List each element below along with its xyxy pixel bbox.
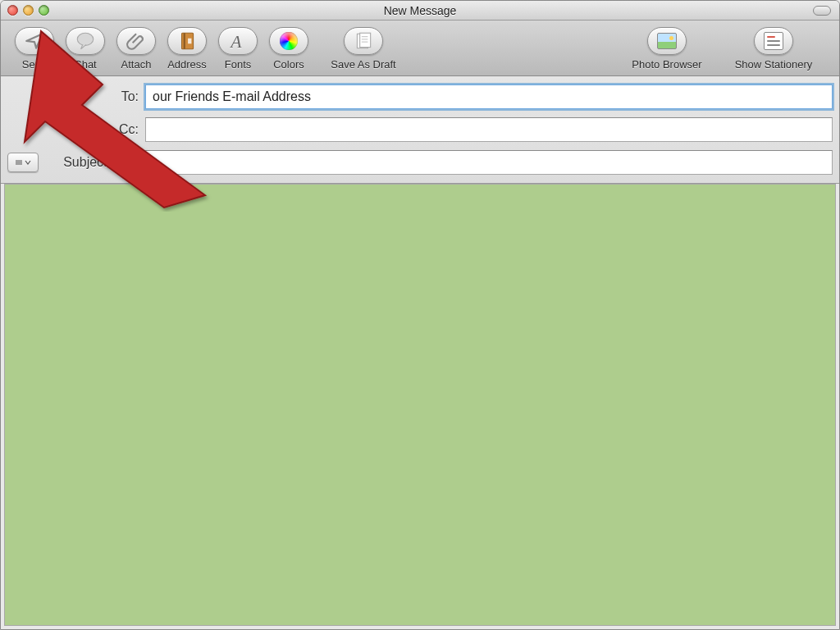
to-field[interactable] [145, 84, 833, 109]
toolbar: Send Chat Attach Address A Fonts [1, 21, 839, 76]
show-stationery-label: Show Stationery [735, 58, 813, 71]
message-headers: To: Cc: Subject: [1, 76, 839, 184]
photo-browser-label: Photo Browser [632, 58, 701, 71]
cc-label: Cc: [7, 122, 139, 137]
send-label: Send [22, 58, 47, 71]
photo-icon [657, 33, 677, 49]
window-title: New Message [1, 4, 839, 17]
to-row: To: [7, 84, 833, 109]
svg-rect-2 [184, 33, 185, 49]
svg-point-0 [77, 33, 94, 45]
fonts-button[interactable]: A Fonts [212, 27, 263, 71]
paperclip-icon [126, 30, 147, 52]
send-button[interactable]: Send [9, 27, 60, 71]
compose-window: New Message Send Chat Attach Address [0, 0, 840, 630]
header-options-button[interactable] [7, 153, 39, 172]
subject-label: Subject: [45, 155, 111, 170]
toolbar-toggle-button[interactable] [813, 6, 831, 16]
svg-rect-6 [360, 33, 371, 47]
chat-button[interactable]: Chat [60, 27, 111, 71]
chevron-down-icon [25, 160, 31, 165]
colors-button[interactable]: Colors [263, 27, 314, 71]
save-as-draft-label: Save As Draft [331, 58, 395, 71]
to-label: To: [7, 89, 139, 104]
show-stationery-button[interactable]: Show Stationery [716, 27, 831, 71]
address-label: Address [167, 58, 207, 71]
chat-bubble-icon [75, 30, 96, 52]
color-wheel-icon [280, 32, 298, 50]
message-body[interactable] [4, 184, 836, 626]
attach-label: Attach [121, 58, 152, 71]
attach-button[interactable]: Attach [111, 27, 162, 71]
svg-rect-1 [182, 33, 194, 49]
titlebar: New Message [1, 1, 839, 21]
subject-field[interactable] [117, 150, 833, 175]
cc-field[interactable] [145, 117, 833, 142]
address-book-icon [176, 30, 198, 52]
font-icon: A [227, 30, 249, 52]
paper-plane-icon [24, 30, 45, 52]
save-as-draft-button[interactable]: Save As Draft [314, 27, 413, 71]
chat-label: Chat [74, 58, 96, 71]
menu-lines-icon [15, 159, 23, 166]
address-button[interactable]: Address [162, 27, 212, 71]
svg-rect-3 [188, 39, 191, 44]
fonts-label: Fonts [225, 58, 252, 71]
draft-icon [353, 30, 374, 52]
colors-label: Colors [273, 58, 304, 71]
svg-text:A: A [229, 32, 242, 52]
stationery-icon [764, 32, 783, 50]
subject-row: Subject: [7, 150, 833, 175]
photo-browser-button[interactable]: Photo Browser [618, 27, 716, 71]
cc-row: Cc: [7, 117, 833, 142]
